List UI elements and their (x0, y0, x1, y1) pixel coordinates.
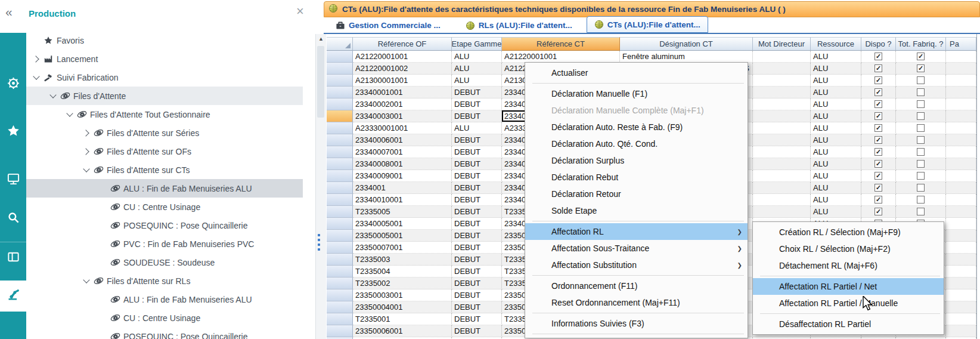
cell-ressource[interactable]: ALU (811, 75, 861, 87)
cell-of[interactable]: 2334001 (353, 182, 452, 194)
menu-item-reset-ordonnancement-maj-f11[interactable]: Reset Ordonnancement (Maj+F11) (525, 294, 748, 311)
cell-of[interactable]: 23340005001 (353, 218, 452, 230)
cell-of[interactable]: 23340007001 (353, 146, 452, 158)
checkbox-unchecked[interactable] (917, 160, 925, 168)
menu-item-declaration-manuelle-f1[interactable]: Déclaration Manuelle (F1) (525, 85, 748, 102)
menu-item-choix-rl-selection-maj-f2[interactable]: Choix RL / Sélection (Maj+F2) (753, 241, 944, 257)
row-header[interactable] (327, 51, 353, 63)
checkbox-checked[interactable]: ✓ (874, 136, 882, 144)
row-header[interactable] (327, 194, 353, 206)
cell-pa[interactable] (946, 313, 976, 325)
menu-item-ordonnancement-f11[interactable]: Ordonnancement (F11) (525, 278, 748, 294)
menu-item-affectation-substitution[interactable]: Affectation Substitution❯ (525, 257, 748, 273)
checkbox-checked[interactable]: ✓ (874, 76, 882, 84)
tree-item-posequinc-pose-quincaillerie[interactable]: POSEQUINC : Pose Quincaillerie (26, 216, 303, 235)
cell-etape[interactable]: DEBUT (452, 170, 502, 182)
row-header[interactable] (327, 75, 353, 87)
row-header[interactable] (327, 218, 353, 230)
cell-pa[interactable] (946, 266, 976, 278)
cell-etape[interactable]: DEBUT (452, 301, 502, 313)
expander-right-icon[interactable] (81, 131, 92, 135)
column-header-ct[interactable]: Référence CT (502, 37, 620, 51)
checkbox-checked[interactable]: ✓ (874, 148, 882, 156)
cell-pa[interactable] (946, 182, 976, 194)
column-header-totfab[interactable]: Tot. Fabriq. ? (896, 37, 946, 51)
tree-item-suivi-fabrication[interactable]: Suivi Fabrication (26, 68, 303, 87)
cell-etape[interactable]: ALU (452, 122, 502, 134)
checkbox-unchecked[interactable] (917, 184, 925, 192)
cell-pa[interactable] (946, 278, 976, 289)
cell-totfab[interactable] (896, 134, 946, 146)
column-header-designation[interactable]: Désignation CT (620, 37, 753, 51)
cell-mot[interactable] (753, 87, 811, 98)
cell-dispo[interactable]: ✓ (861, 182, 896, 194)
cell-dispo[interactable]: ✓ (861, 122, 896, 134)
cell-mot[interactable] (753, 63, 811, 75)
menu-item-creation-rl-selection-maj-f9[interactable]: Création RL / Sélection (Maj+F9) (753, 224, 944, 241)
rail-item-wheel[interactable] (0, 69, 26, 100)
column-header-of[interactable]: Référence OF (353, 37, 452, 51)
cell-mot[interactable] (753, 51, 811, 63)
cell-etape[interactable]: DEBUT (452, 242, 502, 254)
rail-item-monitor[interactable] (0, 164, 26, 195)
cell-ressource[interactable]: ALU (811, 170, 861, 182)
cell-of[interactable]: A21220001001 (353, 51, 452, 63)
checkbox-checked[interactable]: ✓ (874, 88, 882, 96)
rail-item-columns[interactable] (0, 242, 26, 273)
cell-of[interactable]: 23350004001 (353, 301, 452, 313)
cell-dispo[interactable]: ✓ (861, 194, 896, 206)
checkbox-checked[interactable]: ✓ (874, 124, 882, 132)
cell-etape[interactable]: DEBUT (452, 146, 502, 158)
menu-item-solde-etape[interactable]: Solde Etape (525, 202, 748, 219)
cell-pa[interactable] (946, 110, 976, 122)
menu-item-declaration-rebut[interactable]: Déclaration Rebut (525, 169, 748, 186)
cell-of[interactable]: A21220001002 (353, 63, 452, 75)
cell-designation[interactable]: Fenêtre aluminum (620, 51, 753, 63)
cell-of[interactable]: 23350005001 (353, 230, 452, 242)
cell-ressource[interactable]: ALU (811, 146, 861, 158)
menu-item-declaration-auto-reste-a-fab-f9[interactable]: Déclaration Auto. Reste à Fab. (F9) (525, 119, 748, 135)
cell-pa[interactable] (946, 63, 976, 75)
cell-dispo[interactable]: ✓ (861, 110, 896, 122)
row-header[interactable] (327, 289, 353, 301)
row-header[interactable] (327, 278, 353, 289)
row-header[interactable] (327, 230, 353, 242)
checkbox-unchecked[interactable] (917, 136, 925, 144)
row-header[interactable] (327, 146, 353, 158)
cell-mot[interactable] (753, 110, 811, 122)
cell-totfab[interactable] (896, 146, 946, 158)
rail-item-robot-arm[interactable] (0, 281, 26, 312)
cell-totfab[interactable] (896, 87, 946, 98)
cell-ressource[interactable]: ALU (811, 122, 861, 134)
row-header[interactable] (327, 63, 353, 75)
tree-item-files-d-attente-sur-series[interactable]: Files d'Attente sur Séries (26, 124, 303, 142)
row-header[interactable] (327, 266, 353, 278)
expander-down-icon[interactable] (81, 279, 92, 282)
menu-item-declaration-surplus[interactable]: Déclaration Surplus (525, 152, 748, 169)
cell-totfab[interactable] (896, 194, 946, 206)
cell-etape[interactable]: DEBUT (452, 98, 502, 110)
cell-ressource[interactable]: ALU (811, 194, 861, 206)
cell-ressource[interactable]: ALU (811, 134, 861, 146)
checkbox-checked[interactable]: ✓ (917, 64, 925, 72)
tree-item-pvc-fin-de-fab-menuiseries-pvc[interactable]: PVC : Fin de Fab Menuiseries PVC (26, 235, 303, 253)
column-header-etape[interactable]: Etape Gamme (452, 37, 502, 51)
cell-of[interactable]: 23340008001 (353, 158, 452, 170)
cell-totfab[interactable] (896, 182, 946, 194)
cell-ressource[interactable]: ALU (811, 87, 861, 98)
cell-pa[interactable] (946, 170, 976, 182)
cell-pa[interactable] (946, 230, 976, 242)
cell-ressource[interactable]: ALU (811, 110, 861, 122)
cell-etape[interactable]: DEBUT (452, 230, 502, 242)
checkbox-checked[interactable]: ✓ (874, 160, 882, 168)
cell-of[interactable]: T2335004 (353, 266, 452, 278)
cell-pa[interactable] (946, 325, 976, 337)
checkbox-checked[interactable]: ✓ (874, 172, 882, 180)
cell-etape[interactable]: DEBUT (452, 134, 502, 146)
menu-item-declaration-auto-qte-cond[interactable]: Déclaration Auto. Qté. Cond. (525, 135, 748, 152)
cell-pa[interactable] (946, 218, 976, 230)
expander-down-icon[interactable] (31, 76, 42, 79)
cell-pa[interactable] (946, 75, 976, 87)
cell-pa[interactable] (946, 158, 976, 170)
column-header-ressource[interactable]: Ressource (811, 37, 861, 51)
